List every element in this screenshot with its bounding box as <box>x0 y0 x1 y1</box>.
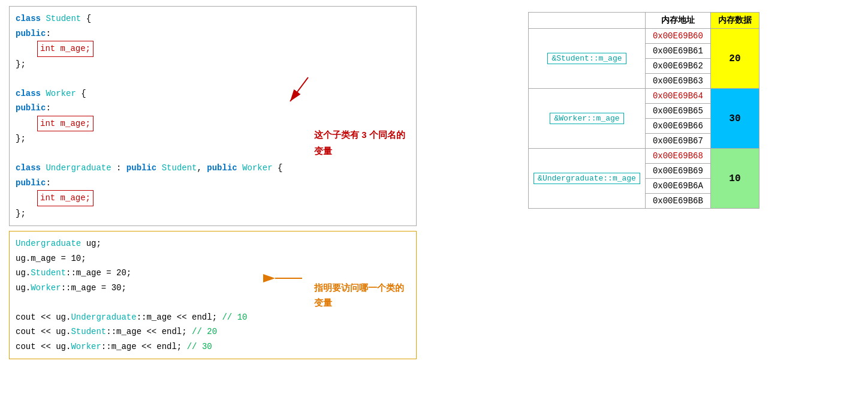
code-box-bottom: Undergraduate ug; ug.m_age = 10; ug.Stud… <box>9 231 417 359</box>
code-line: cout << ug.Student::m_age << endl; // 20 <box>16 324 278 339</box>
top-code-content: class Student { public: int m_age; }; cl… <box>16 11 290 221</box>
addr-cell: 0x00E69B69 <box>645 164 710 179</box>
addr-cell: 0x00E69B6A <box>645 179 710 194</box>
code-line: ug.m_age = 10; <box>16 251 278 266</box>
annotation-arrow-svg <box>290 11 410 167</box>
code-line: Undergraduate ug; <box>16 236 278 251</box>
memory-table: 内存地址 内存数据 &Student::m_age 0x00E69B60 20 … <box>528 12 760 209</box>
table-row: &Worker::m_age 0x00E69B64 30 <box>529 89 760 104</box>
code-line: }; <box>16 131 290 146</box>
code-box-top: class Student { public: int m_age; }; cl… <box>9 6 417 226</box>
addr-cell: 0x00E69B66 <box>645 119 710 134</box>
code-line: int m_age; <box>16 41 290 57</box>
addr-cell: 0x00E69B67 <box>645 134 710 149</box>
code-line: class Student { <box>16 11 290 26</box>
code-line <box>16 71 290 86</box>
code-line: cout << ug.Worker::m_age << endl; // 30 <box>16 339 278 354</box>
col-label-header <box>529 13 646 29</box>
code-line: ug.Worker::m_age = 30; <box>16 281 278 296</box>
code-line: cout << ug.Undergraduate::m_age << endl;… <box>16 310 278 325</box>
left-panel: class Student { public: int m_age; }; cl… <box>9 6 417 406</box>
code-line: }; <box>16 206 290 221</box>
code-line <box>16 295 278 310</box>
addr-cell: 0x00E69B62 <box>645 59 710 74</box>
right-panel: 内存地址 内存数据 &Student::m_age 0x00E69B60 20 … <box>429 6 859 406</box>
addr-cell: 0x00E69B60 <box>645 29 710 44</box>
data-cell: 20 <box>710 29 759 89</box>
addr-cell: 0x00E69B68 <box>645 149 710 164</box>
data-cell: 10 <box>710 149 759 209</box>
bottom-code-layout: Undergraduate ug; ug.m_age = 10; ug.Stud… <box>16 236 410 354</box>
code-line: class Worker { <box>16 86 290 101</box>
label-cell: &Undergraduate::m_age <box>529 149 646 209</box>
code-line: public: <box>16 26 290 41</box>
bottom-code-content: Undergraduate ug; ug.m_age = 10; ug.Stud… <box>16 236 278 354</box>
col-addr-header: 内存地址 <box>645 13 710 29</box>
addr-cell: 0x00E69B64 <box>645 89 710 104</box>
code-line: int m_age; <box>16 190 290 206</box>
svg-line-1 <box>290 77 308 101</box>
addr-cell: 0x00E69B65 <box>645 104 710 119</box>
table-header-row: 内存地址 内存数据 <box>529 13 760 29</box>
addr-cell: 0x00E69B6B <box>645 194 710 209</box>
col-data-header: 内存数据 <box>710 13 759 29</box>
top-annotation: 这个子类有 3 个同名的变量 <box>290 11 410 221</box>
bottom-arrow-svg <box>272 254 302 302</box>
code-line: class Undergraduate : public Student, pu… <box>16 161 290 176</box>
data-cell: 30 <box>710 89 759 149</box>
code-line: ug.Student::m_age = 20; <box>16 266 278 281</box>
code-line <box>16 146 290 161</box>
code-line: }; <box>16 57 290 72</box>
code-line: int m_age; <box>16 116 290 132</box>
top-code-layout: class Student { public: int m_age; }; cl… <box>16 11 410 221</box>
addr-cell: 0x00E69B63 <box>645 74 710 89</box>
table-row: &Undergraduate::m_age 0x00E69B68 10 <box>529 149 760 164</box>
bottom-annotation: 指明要访问哪一个类的变量 <box>278 236 410 354</box>
code-line: public: <box>16 176 290 191</box>
addr-cell: 0x00E69B61 <box>645 44 710 59</box>
label-cell: &Worker::m_age <box>529 89 646 149</box>
label-cell: &Student::m_age <box>529 29 646 89</box>
code-line: public: <box>16 101 290 116</box>
table-row: &Student::m_age 0x00E69B60 20 <box>529 29 760 44</box>
